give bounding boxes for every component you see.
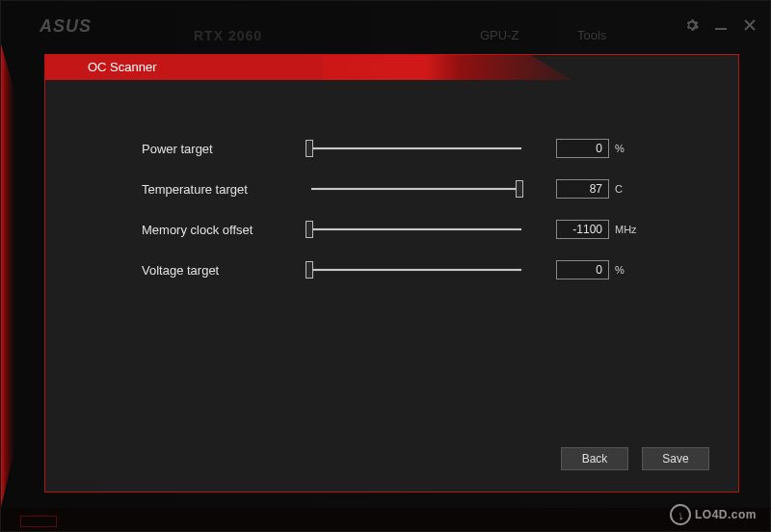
slider-memory-clock-offset[interactable] — [306, 221, 527, 238]
brand-logo: ASUS — [40, 16, 92, 37]
bottom-accent — [20, 516, 57, 527]
value-temperature-target[interactable]: 87 — [556, 179, 609, 199]
row-voltage-target: Voltage target 0 % — [142, 258, 690, 281]
slider-group: Power target 0 % Temperature target 87 C… — [142, 137, 690, 281]
label-memory-clock-offset: Memory clock offset — [142, 223, 306, 237]
watermark-icon: ↓ — [669, 503, 693, 527]
app-window: ASUS RTX 2060 GPU-Z Tools OC Scanner Pow… — [0, 0, 771, 532]
label-temperature-target: Temperature target — [142, 182, 306, 197]
tab-gpuz[interactable]: GPU-Z — [480, 28, 518, 42]
bottom-edge — [1, 508, 770, 531]
gpu-model-label: RTX 2060 — [194, 28, 262, 43]
close-icon[interactable] — [741, 16, 758, 34]
value-memory-clock-offset[interactable]: -1100 — [556, 220, 609, 239]
slider-thumb[interactable] — [306, 221, 313, 238]
back-button[interactable]: Back — [561, 447, 628, 470]
slider-track-line — [311, 147, 521, 149]
titlebar: ASUS RTX 2060 GPU-Z Tools — [1, 9, 770, 43]
slider-temperature-target[interactable] — [306, 180, 527, 198]
row-power-target: Power target 0 % — [142, 137, 690, 160]
panel-header: OC Scanner — [45, 55, 738, 82]
save-button[interactable]: Save — [642, 447, 709, 470]
label-power-target: Power target — [142, 142, 306, 156]
unit-voltage-target: % — [615, 264, 638, 276]
slider-power-target[interactable] — [306, 140, 527, 157]
slider-track-line — [311, 269, 521, 271]
watermark-text: LO4D.com — [695, 508, 757, 521]
label-voltage-target: Voltage target — [142, 263, 306, 278]
value-power-target[interactable]: 0 — [556, 139, 609, 158]
row-memory-clock-offset: Memory clock offset -1100 MHz — [142, 218, 690, 241]
slider-thumb[interactable] — [306, 261, 313, 279]
panel-title: OC Scanner — [45, 55, 738, 74]
slider-thumb[interactable] — [516, 180, 523, 198]
button-bar: Back Save — [561, 447, 709, 470]
unit-memory-clock-offset: MHz — [615, 224, 638, 235]
watermark: ↓ LO4D.com — [670, 504, 757, 525]
unit-temperature-target: C — [615, 183, 638, 195]
minimize-icon[interactable] — [712, 16, 730, 34]
tab-tools[interactable]: Tools — [577, 28, 606, 42]
slider-thumb[interactable] — [306, 140, 313, 157]
unit-power-target: % — [615, 143, 638, 154]
window-controls — [683, 16, 758, 34]
svg-rect-0 — [715, 28, 727, 30]
slider-track-line — [311, 228, 521, 230]
slider-track-line — [311, 188, 521, 190]
left-accent — [1, 44, 14, 507]
slider-voltage-target[interactable] — [306, 261, 527, 279]
value-voltage-target[interactable]: 0 — [556, 260, 609, 279]
row-temperature-target: Temperature target 87 C — [142, 177, 690, 200]
settings-icon[interactable] — [683, 16, 701, 34]
oc-scanner-panel: OC Scanner Power target 0 % Temperature … — [44, 54, 739, 492]
